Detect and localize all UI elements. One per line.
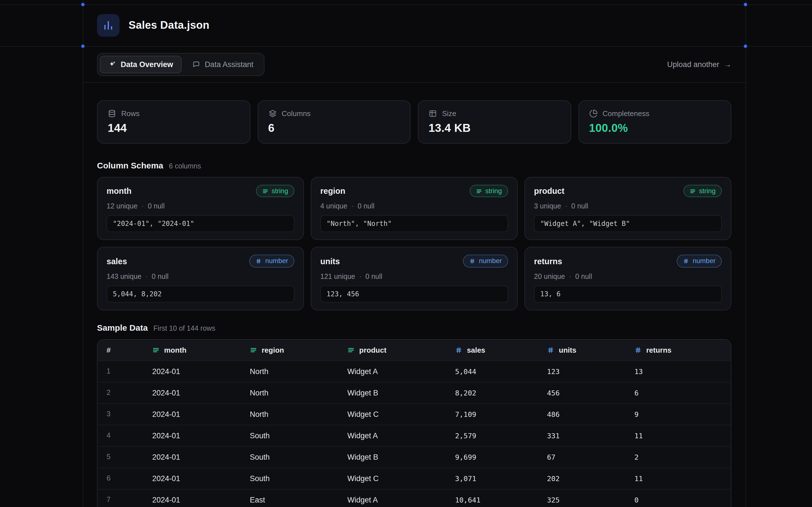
column-stats: 121 unique · 0 null (320, 273, 508, 281)
layers-icon (268, 109, 276, 118)
table-cell: 9,699 (455, 453, 547, 461)
null-count: 0 null (571, 203, 588, 210)
type-label: number (265, 257, 288, 265)
table-cell: 456 (547, 389, 635, 397)
type-label: number (693, 257, 716, 265)
separator-dot: · (359, 273, 361, 281)
separator-dot: · (569, 273, 571, 281)
tab-label: Data Overview (121, 60, 173, 68)
schema-card-units: units number 121 unique · 0 null 123, 45… (311, 247, 518, 311)
section-title: Column Schema (97, 161, 163, 170)
schema-card-sales: sales number 143 unique · 0 null 5,044, … (97, 247, 304, 311)
tab-data-overview[interactable]: Data Overview (100, 55, 182, 73)
tab-data-assistant[interactable]: Data Assistant (184, 55, 262, 73)
stat-value: 144 (108, 122, 239, 135)
upload-another-link[interactable]: Upload another → (667, 60, 731, 68)
table-row: 7 2024-01 East Widget A 10,641 325 0 (98, 489, 731, 507)
table-cell: 2024-01 (152, 367, 250, 376)
schema-card-region: region string 4 unique · 0 null "North",… (311, 177, 518, 240)
section-subtitle: First 10 of 144 rows (153, 325, 215, 332)
stat-value: 6 (268, 122, 400, 135)
column-name: sales (107, 257, 127, 266)
text-lines-icon (347, 346, 355, 354)
file-type-icon (97, 14, 119, 37)
table-row: 1 2024-01 North Widget A 5,044 123 13 (98, 360, 731, 382)
column-header-units: units (547, 346, 635, 354)
table-cell: 331 (547, 432, 635, 440)
table-cell: 6 (98, 474, 152, 483)
hash-icon (635, 346, 642, 354)
table-row: 3 2024-01 North Widget C 7,109 486 9 (98, 403, 731, 425)
table-cell: 5 (98, 453, 152, 461)
separator-dot: · (351, 203, 354, 210)
type-label: string (485, 187, 502, 195)
table-cell: Widget A (347, 367, 455, 376)
table-cell: Widget B (347, 389, 455, 397)
frame-handle (744, 3, 747, 6)
column-header-index: # (98, 346, 152, 354)
column-header-label: product (359, 346, 387, 354)
sample-values: 13, 6 (534, 286, 722, 302)
schema-card-month: month string 12 unique · 0 null "2024-01… (97, 177, 304, 240)
type-badge-number: number (250, 255, 294, 268)
type-badge-string: string (469, 185, 508, 198)
text-lines-icon (476, 188, 482, 194)
type-label: number (479, 257, 502, 265)
table-row: 6 2024-01 South Widget C 3,071 202 11 (98, 467, 731, 489)
table-cell: Widget C (347, 474, 455, 483)
table-cell: 11 (635, 474, 731, 483)
table-header: # month region product sales (98, 340, 731, 360)
table-cell: 67 (547, 453, 635, 461)
column-name: region (320, 186, 345, 195)
unique-count: 3 unique (534, 203, 561, 210)
hash-icon (455, 346, 462, 354)
sample-values: "2024-01", "2024-01" (107, 216, 294, 232)
type-label: string (271, 187, 288, 195)
sample-values: 123, 456 (320, 286, 508, 302)
null-count: 0 null (365, 273, 382, 281)
table-cell: 2024-01 (152, 389, 250, 397)
stat-label: Size (442, 109, 456, 118)
column-name: units (320, 257, 340, 266)
column-header-label: units (559, 346, 576, 354)
sparkles-icon (108, 60, 116, 68)
table-cell: 7 (98, 496, 152, 504)
header: Sales Data.json (97, 0, 731, 46)
bar-chart-icon (103, 20, 114, 31)
table-cell: 2024-01 (152, 496, 250, 504)
hash-icon (469, 258, 476, 264)
stat-card-completeness: Completeness 100.0% (578, 100, 731, 144)
column-header-returns: returns (635, 346, 731, 354)
table-cell: 2 (98, 389, 152, 397)
column-header-month: month (152, 346, 250, 354)
table-cell: North (250, 410, 347, 418)
text-lines-icon (152, 346, 160, 354)
table-cell: 2,579 (455, 432, 547, 440)
column-stats: 12 unique · 0 null (107, 203, 294, 210)
table-cell: 202 (547, 474, 635, 483)
separator-dot: · (142, 203, 144, 210)
table-grid-icon (428, 109, 437, 118)
column-header-product: product (347, 346, 455, 354)
table-cell: 2024-01 (152, 474, 250, 483)
column-name: returns (534, 257, 562, 266)
column-stats: 20 unique · 0 null (534, 273, 722, 281)
stat-label: Rows (121, 109, 140, 118)
sample-values: "North", "North" (320, 216, 508, 232)
column-header-region: region (250, 346, 347, 354)
column-stats: 3 unique · 0 null (534, 203, 722, 210)
schema-card-product: product string 3 unique · 0 null "Widget… (524, 177, 731, 240)
text-lines-icon (250, 346, 257, 354)
type-badge-string: string (683, 185, 722, 198)
text-lines-icon (689, 188, 696, 194)
frame-handle (744, 45, 747, 48)
table-cell: 123 (547, 367, 635, 376)
table-cell: 1 (98, 368, 152, 376)
column-header-label: month (164, 346, 186, 354)
tab-label: Data Assistant (205, 60, 253, 68)
type-badge-number: number (677, 255, 722, 268)
schema-grid: month string 12 unique · 0 null "2024-01… (97, 177, 731, 311)
table-cell: 10,641 (455, 496, 547, 504)
table-cell: 4 (98, 432, 152, 440)
table-cell: South (250, 453, 347, 461)
